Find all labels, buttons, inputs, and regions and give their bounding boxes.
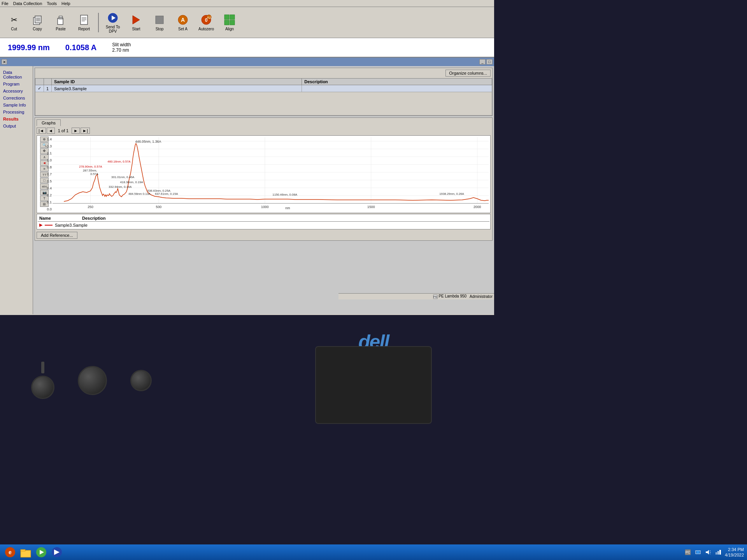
toolbar-separator-1 [98,13,99,32]
media-player-button[interactable] [34,546,48,559]
add-reference-button[interactable]: Add Reference... [37,232,77,239]
indicator-bar [41,362,44,373]
y-label-13: 1.3 [38,144,52,148]
svg-text:1150.46nm, 0.08A: 1150.46nm, 0.08A [272,193,297,196]
tray-icon-2[interactable] [694,549,701,556]
autozero-icon: 0 Az [200,14,212,26]
align-button[interactable]: Align [219,9,240,36]
y-label-02: 0.2 [38,193,52,197]
status-bar: 1999.99 nm 0.1058 A Slit width 2.70 nm [0,38,494,58]
svg-rect-65 [21,550,31,557]
svg-text:250: 250 [88,205,93,209]
legend-desc-col: Description [82,216,106,220]
legend-header: Name Description [38,215,489,222]
number-column-header [44,79,52,85]
svg-text:460.16nm, 0.57A: 460.16nm, 0.57A [107,160,131,163]
stop-button[interactable]: Stop [149,9,170,36]
legend-line-icon [45,225,53,226]
sidebar-item-results[interactable]: Results [2,116,31,122]
touchpad[interactable] [315,346,432,424]
svg-text:500: 500 [156,205,162,209]
last-page-button[interactable]: ►| [81,128,90,134]
organize-columns-button[interactable]: Organize columns... [445,70,491,77]
graph-legend: Name Description ▶ Sample3.Sample [37,214,491,229]
sample-panel: Organize columns... Sample ID Descriptio… [35,68,493,116]
play-icon [35,546,47,558]
start-button[interactable]: Start [125,9,147,36]
svg-rect-79 [715,552,717,555]
table-row[interactable]: ✓ 1 Sample3.Sample [35,85,492,92]
clock-display: 2:34 PM 4/19/2022 [725,547,744,558]
paste-label: Paste [56,27,66,31]
svg-text:446.05nm, 1.36A: 446.05nm, 1.36A [135,140,161,144]
svg-text:2000: 2000 [473,205,481,209]
volume-icon[interactable] [705,549,712,556]
svg-text:A: A [181,17,185,23]
copy-button[interactable]: Copy [26,9,48,36]
spectral-chart: 446.05nm, 1.36A 287.55nm, 0.57A 278.90nm… [53,137,489,209]
scroll-button[interactable] [78,366,107,395]
inner-window: Organize columns... Sample ID Descriptio… [33,66,494,314]
app-status-bar: PE PE Lambda 950 Administrator [338,293,494,299]
start-icon [130,14,142,26]
autozero-button[interactable]: 0 Az Autozero [195,9,217,36]
sidebar-item-data-collection[interactable]: Data Collection [2,69,31,80]
sidebar-item-program[interactable]: Program [2,81,31,87]
physical-controls [31,362,152,399]
graph-panel: Graphs |◄ ◄ 1 of 1 ► ►| ⊕ 🔍 ✥ ∧ [35,117,493,241]
slit-info: Slit width 2.70 nm [112,42,131,53]
start-menu-button[interactable]: e [3,546,17,559]
minimize-button[interactable]: _ [479,59,486,65]
legend-sample-name: Sample3.Sample [55,223,88,228]
toolbar: ✂ Cut Copy [0,7,494,38]
paste-icon [54,14,67,26]
svg-marker-15 [133,16,140,24]
prev-page-button[interactable]: ◄ [47,128,55,134]
tray-icon-1[interactable]: PC [684,549,691,556]
menu-item-help[interactable]: Help [61,1,70,6]
sidebar-item-output[interactable]: Output [2,123,31,129]
power-button[interactable] [31,376,54,399]
set-a-button[interactable]: A Set A [172,9,194,36]
svg-line-76 [710,550,710,551]
send-to-dpv-icon [107,12,119,24]
sidebar-item-corrections[interactable]: Corrections [2,95,31,101]
send-to-dpv-taskbar-button[interactable] [50,546,64,559]
sidebar-item-processing[interactable]: Processing [2,109,31,115]
graphs-tab[interactable]: Graphs [37,119,61,126]
y-label-04: 0.4 [38,186,52,190]
laptop-bezel: dell [0,315,747,560]
svg-rect-25 [224,20,229,25]
check-column-header [35,79,44,85]
y-label-07: 0.7 [38,172,52,176]
svg-text:Az: Az [207,16,211,19]
row-check: ✓ [35,85,44,92]
menu-item-datacollection[interactable]: Data Collection [13,1,42,6]
first-page-button[interactable]: |◄ [37,128,46,134]
svg-text:nm: nm [285,206,290,209]
legend-row: ▶ Sample3.Sample [38,222,489,228]
sidebar-item-sample-info[interactable]: Sample Info [2,102,31,108]
sidebar-item-accessory[interactable]: Accessory [2,88,31,94]
report-icon [78,14,90,26]
sample-id-column-header: Sample ID [52,79,302,85]
wavelength-display: 1999.99 nm [8,43,50,52]
file-explorer-button[interactable] [19,546,33,559]
legend-arrow-icon: ▶ [39,222,42,228]
svg-text:287.55nm,: 287.55nm, [83,169,97,172]
sample-table: Sample ID Description ✓ 1 Sample3.Sample [35,78,492,116]
function-button[interactable] [130,370,152,391]
close-button[interactable]: ✕ [2,59,7,65]
paste-button[interactable]: Paste [50,9,72,36]
maximize-button[interactable]: □ [486,59,493,65]
send-to-dpv-button[interactable]: Send To DPV [102,9,124,36]
report-button[interactable]: Report [73,9,95,36]
menu-item-tools[interactable]: Tools [47,1,57,6]
svg-text:332.94nm, 0.16A: 332.94nm, 0.16A [109,185,132,189]
next-page-button[interactable]: ► [72,128,80,134]
set-a-label: Set A [178,27,188,31]
menu-item-file[interactable]: File [2,1,9,6]
cut-button[interactable]: ✂ Cut [3,9,25,36]
align-label: Align [225,27,234,31]
network-icon[interactable] [715,549,722,556]
